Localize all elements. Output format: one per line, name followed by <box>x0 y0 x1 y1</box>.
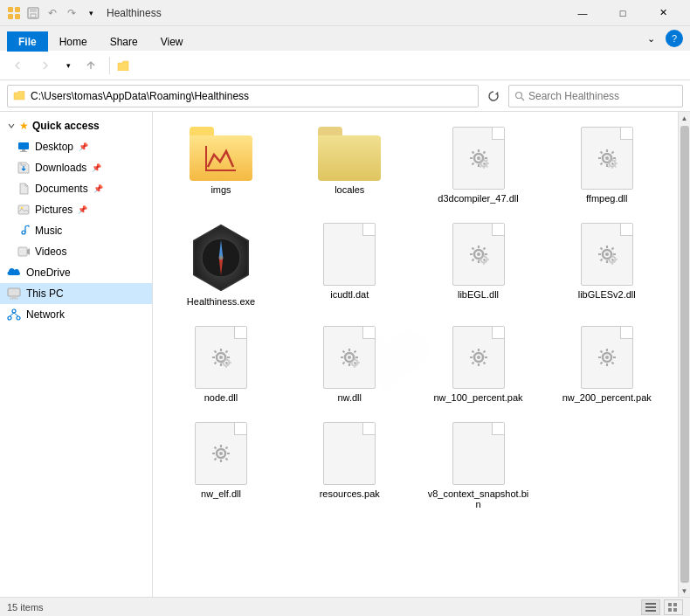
back-button[interactable] <box>5 53 30 78</box>
list-item[interactable]: resources.pak <box>288 414 411 517</box>
file-item-name: imgs <box>210 184 231 195</box>
recent-button[interactable]: ▾ <box>61 53 75 78</box>
minimize-button[interactable]: — <box>562 0 603 26</box>
scroll-down-button[interactable]: ▼ <box>679 585 691 597</box>
list-item[interactable]: libEGL.dll <box>417 215 540 315</box>
window-controls: — □ ✕ <box>562 0 683 26</box>
list-item[interactable]: Healthiness.exe <box>160 215 282 315</box>
file-item-name: nw.dll <box>337 392 362 403</box>
list-item[interactable]: icudtl.dat <box>288 215 411 315</box>
file-item-name: v8_context_snapshot.bin <box>428 488 529 509</box>
sidebar-item-videos[interactable]: Videos <box>0 241 152 262</box>
sidebar-item-thispc[interactable]: This PC <box>0 283 152 304</box>
folder-icon-small <box>116 59 130 73</box>
ribbon-expand-icon[interactable]: ⌄ <box>642 31 660 46</box>
svg-rect-56 <box>645 610 656 612</box>
list-item[interactable]: libGLESv2.dll <box>546 215 668 315</box>
svg-rect-1 <box>15 7 20 12</box>
maximize-button[interactable]: □ <box>603 0 643 26</box>
svg-point-29 <box>605 156 609 160</box>
svg-rect-59 <box>668 608 672 612</box>
tab-share[interactable]: Share <box>99 31 149 52</box>
list-item[interactable]: locales <box>288 119 411 211</box>
folder-address-icon <box>13 90 25 102</box>
up-button[interactable] <box>79 53 103 78</box>
sidebar-onedrive-label: OneDrive <box>26 266 71 279</box>
svg-point-46 <box>348 356 351 359</box>
tab-home[interactable]: Home <box>48 31 99 52</box>
svg-point-35 <box>219 256 224 260</box>
svg-rect-3 <box>15 14 20 19</box>
sidebar-item-music[interactable]: Music <box>0 220 152 241</box>
sidebar-item-onedrive[interactable]: OneDrive <box>0 262 152 283</box>
forward-button[interactable] <box>33 53 58 78</box>
sidebar-item-pictures[interactable]: Pictures 📌 <box>0 199 152 220</box>
svg-rect-54 <box>645 603 656 605</box>
sidebar-item-documents[interactable]: Documents 📌 <box>0 178 152 199</box>
list-item[interactable]: nw.dll <box>288 318 411 411</box>
quick-access-label: Quick access <box>32 120 100 132</box>
sidebar-documents-label: Documents <box>35 183 88 195</box>
scroll-up-button[interactable]: ▲ <box>679 112 691 124</box>
list-item[interactable]: d3dcompiler_47.dll <box>417 119 540 211</box>
sidebar-pictures-label: Pictures <box>35 204 72 216</box>
search-wrap[interactable] <box>508 85 683 107</box>
sidebar-desktop-label: Desktop <box>35 141 73 153</box>
sidebar-item-downloads[interactable]: Downloads 📌 <box>0 157 152 178</box>
svg-point-53 <box>219 452 223 455</box>
svg-rect-2 <box>8 14 13 19</box>
ribbon-tabs: File Home Share View ⌄ ? <box>0 26 690 51</box>
address-input-wrap[interactable] <box>7 85 479 107</box>
tab-file[interactable]: File <box>7 31 48 52</box>
exe-icon <box>187 224 255 292</box>
sidebar-thispc-label: This PC <box>26 287 64 300</box>
scroll-thumb[interactable] <box>680 126 689 583</box>
title-bar: ↶ ↷ ▾ Healthiness — □ ✕ <box>0 0 690 26</box>
dropdown-icon[interactable]: ▾ <box>84 6 98 20</box>
view-toggle <box>641 599 683 615</box>
file-item-name: resources.pak <box>320 488 380 499</box>
file-item-name: node.dll <box>204 392 238 403</box>
file-item-name: nw_200_percent.pak <box>562 392 652 403</box>
svg-line-23 <box>14 313 18 316</box>
svg-rect-0 <box>8 7 13 12</box>
file-item-name: locales <box>335 184 364 195</box>
list-item[interactable]: v8_context_snapshot.bin <box>417 414 540 517</box>
svg-rect-11 <box>20 151 27 152</box>
list-item[interactable]: nw_elf.dll <box>160 414 282 517</box>
desktop-icon <box>17 142 30 152</box>
redo-icon: ↷ <box>65 6 79 20</box>
list-view-button[interactable] <box>641 599 660 615</box>
list-item[interactable]: nw_200_percent.pak <box>546 318 668 411</box>
address-bar <box>0 80 690 112</box>
list-item[interactable]: node.dll <box>160 318 282 411</box>
pin-icon-3: 📌 <box>93 184 103 193</box>
search-input[interactable] <box>528 90 677 102</box>
svg-rect-55 <box>645 606 656 608</box>
detail-view-button[interactable] <box>664 599 683 615</box>
sidebar-item-desktop[interactable]: Desktop 📌 <box>0 136 152 157</box>
sidebar-item-network[interactable]: Network <box>0 304 152 325</box>
svg-rect-60 <box>673 608 677 612</box>
thispc-icon <box>7 287 21 300</box>
toolbar: ▾ <box>0 51 690 80</box>
sidebar-quick-access-header: ★ Quick access <box>0 115 152 136</box>
window-icon <box>7 6 21 20</box>
search-icon <box>514 91 525 101</box>
list-item[interactable]: ffmpeg.dll <box>546 119 668 211</box>
list-item[interactable]: imgs <box>160 119 282 211</box>
address-input[interactable] <box>31 90 473 102</box>
videos-icon <box>17 246 30 258</box>
gear-icon <box>463 142 494 174</box>
sidebar: ★ Quick access Desktop 📌 Downloads 📌 Doc… <box>0 112 153 597</box>
help-icon[interactable]: ? <box>666 30 683 47</box>
file-item-name: Healthiness.exe <box>187 296 255 307</box>
refresh-button[interactable] <box>482 85 505 107</box>
close-button[interactable]: ✕ <box>643 0 683 26</box>
list-item[interactable]: nw_100_percent.pak <box>417 318 540 411</box>
documents-icon <box>17 183 30 195</box>
sidebar-music-label: Music <box>35 225 62 237</box>
pin-icon-4: 📌 <box>78 205 87 214</box>
tab-view[interactable]: View <box>149 31 195 52</box>
scrollbar[interactable]: ▲ ▼ <box>678 112 690 597</box>
